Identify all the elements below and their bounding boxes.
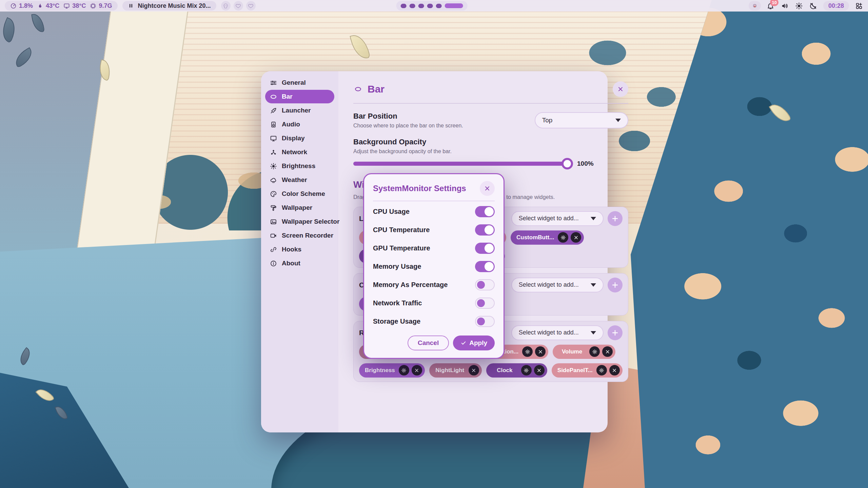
heart-button[interactable] (246, 1, 256, 11)
sidebar-item-about[interactable]: About (265, 257, 334, 270)
sidebar-item-launcher[interactable]: Launcher (265, 104, 334, 117)
apply-button[interactable]: Apply (453, 336, 495, 350)
toggle-network-traffic[interactable] (475, 298, 495, 309)
chip-remove-button[interactable] (412, 365, 422, 375)
close-icon (484, 185, 491, 192)
chip-settings-button[interactable] (589, 346, 600, 357)
tray-app-icon (751, 2, 758, 9)
workspace-4[interactable] (427, 4, 433, 8)
flame-icon (37, 3, 43, 9)
stat-gpu-temperature: 38°C (63, 2, 86, 9)
chip-remove-button[interactable] (602, 346, 613, 357)
cancel-button[interactable]: Cancel (408, 336, 449, 350)
sidebar-item-label: General (282, 79, 306, 86)
widget-chip-volume[interactable]: Volume (553, 345, 615, 359)
stat-value: 1.8% (19, 2, 33, 9)
skull-button[interactable] (221, 1, 231, 11)
workspace-6-active[interactable] (445, 3, 463, 8)
widget-chip-clock[interactable]: Clock (486, 363, 547, 378)
chip-remove-button[interactable] (535, 346, 546, 357)
sidebar-item-color-scheme[interactable]: Color Scheme (265, 187, 334, 201)
sidebar-item-bar[interactable]: Bar (265, 90, 334, 103)
widget-chip-custombutt[interactable]: CustomButt... (511, 230, 584, 245)
brightness-button[interactable] (795, 1, 804, 10)
toggle-label: CPU Temperature (373, 226, 475, 234)
chip-settings-button[interactable] (399, 365, 409, 375)
volume-button[interactable] (781, 1, 789, 10)
add-widget-button[interactable] (608, 278, 623, 292)
system-stats-pill[interactable]: 1.8%43°C38°C9.7G (5, 1, 118, 11)
toggle-label: CPU Usage (373, 208, 475, 216)
add-widget-button[interactable] (608, 325, 623, 340)
chip-remove-button[interactable] (571, 232, 581, 243)
gear-icon (401, 368, 407, 373)
settings-sidebar: GeneralBarLauncherAudioDisplayNetworkBri… (261, 71, 338, 432)
add-widget-select[interactable]: Select widget to add... (511, 325, 604, 340)
modal-header: SystemMonitor Settings (373, 181, 495, 196)
media-pill[interactable]: Nightcore Music Mix 20... (122, 1, 216, 11)
toggle-cpu-usage[interactable] (475, 206, 495, 217)
toggle-memory-usage[interactable] (475, 261, 495, 272)
chip-settings-button[interactable] (558, 232, 568, 243)
workspace-5[interactable] (436, 4, 442, 8)
chip-settings-button[interactable] (596, 365, 607, 375)
sidebar-item-general[interactable]: General (265, 76, 334, 89)
add-widget-select[interactable]: Select widget to add... (511, 211, 604, 226)
workspace-3[interactable] (418, 4, 424, 8)
bar-position-select[interactable]: Top (535, 112, 628, 128)
sidebar-item-audio[interactable]: Audio (265, 118, 334, 131)
add-widget-button[interactable] (608, 211, 623, 226)
clock-pill[interactable]: 00:28 (823, 1, 849, 11)
modal-toggle-list: CPU UsageCPU TemperatureGPU TemperatureM… (373, 203, 495, 329)
dashboard-button[interactable] (854, 1, 863, 10)
quick-buttons (221, 1, 256, 11)
sidebar-item-hooks[interactable]: Hooks (265, 243, 334, 256)
add-widget-select[interactable]: Select widget to add... (511, 278, 604, 292)
sidebar-item-weather[interactable]: Weather (265, 173, 334, 187)
sidebar-item-wallpaper[interactable]: Wallpaper (265, 201, 334, 215)
widget-chip-brightness[interactable]: Brightness (359, 363, 425, 378)
chip-remove-button[interactable] (534, 365, 545, 375)
heart-button[interactable] (234, 1, 243, 11)
close-icon (573, 235, 579, 240)
sidebar-item-screen-recorder[interactable]: Screen Recorder (265, 229, 334, 242)
widget-chip-nightlight[interactable]: NightLight (429, 363, 482, 378)
gear-icon (592, 349, 597, 354)
workspace-2[interactable] (410, 4, 415, 8)
toggle-storage-usage[interactable] (475, 316, 495, 327)
chip-remove-button[interactable] (469, 365, 479, 375)
chip-settings-button[interactable] (522, 346, 533, 357)
slider-knob[interactable] (561, 158, 573, 169)
tray-app-button[interactable] (749, 1, 761, 11)
chip-remove-button[interactable] (609, 365, 620, 375)
sidebar-item-display[interactable]: Display (265, 131, 334, 145)
chip-settings-button[interactable] (521, 365, 532, 375)
panel-header: Bar (353, 81, 628, 97)
window-close-button[interactable] (613, 81, 628, 97)
sidebar-item-label: Wallpaper Selector (282, 218, 339, 225)
toggle-knob (485, 244, 494, 253)
background-opacity-slider[interactable] (353, 162, 572, 166)
sidebar-item-network[interactable]: Network (265, 145, 334, 159)
sidebar-item-label: Launcher (282, 107, 311, 114)
widget-chip-sidepanelt[interactable]: SidePanelT... (552, 363, 623, 378)
notifications-button[interactable]: 10 (766, 1, 775, 10)
night-light-button[interactable] (809, 1, 818, 10)
sidebar-item-label: Network (282, 148, 307, 156)
toggle-gpu-temperature[interactable] (475, 243, 495, 254)
toggle-memory-as-percentage[interactable] (475, 279, 495, 290)
modal-close-button[interactable] (480, 181, 495, 196)
widget-chip-row: BrightnessNightLightClockSidePanelT... (359, 363, 623, 378)
speakerbox-icon (270, 121, 277, 128)
toggle-knob (485, 262, 494, 271)
notification-badge: 10 (770, 0, 778, 6)
apps-grid-plus-icon (855, 2, 863, 10)
widget-chip-label: NightLight (435, 367, 466, 374)
sidebar-item-brightness[interactable]: Brightness (265, 159, 334, 173)
workspace-1[interactable] (401, 4, 407, 8)
workspaces-indicator[interactable] (396, 1, 468, 11)
toggle-cpu-temperature[interactable] (475, 224, 495, 236)
sidebar-item-wallpaper-selector[interactable]: Wallpaper Selector (265, 215, 334, 228)
network-icon (270, 149, 277, 156)
link-icon (270, 246, 277, 253)
